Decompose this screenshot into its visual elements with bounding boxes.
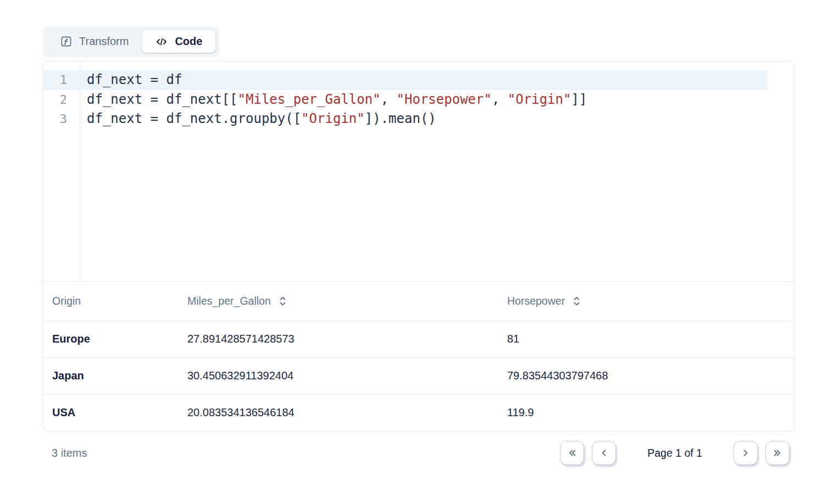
code-line[interactable]: 3df_next = df_next.groupby(["Origin"]).m… — [43, 109, 795, 129]
code-editor[interactable]: 1df_next = df2df_next = df_next[["Miles_… — [43, 61, 795, 282]
next-page-button[interactable] — [734, 441, 758, 465]
table-row: Japan30.45063291139240479.83544303797468 — [43, 357, 795, 394]
code-line[interactable]: 1df_next = df — [43, 70, 795, 90]
row-label-cell: Japan — [43, 357, 179, 394]
chevron-left-icon — [598, 447, 610, 459]
table-row: Europe27.89142857142857381 — [43, 321, 795, 357]
tab-code[interactable]: Code — [142, 30, 215, 53]
tab-code-label: Code — [175, 35, 202, 48]
items-count: 3 items — [52, 447, 87, 460]
result-table: OriginMiles_per_Gallon Horsepower Europe… — [43, 282, 795, 431]
code-icon — [155, 35, 168, 48]
view-switcher: Transform Code — [43, 26, 219, 57]
line-number: 1 — [43, 70, 80, 90]
table-body: Europe27.89142857142857381Japan30.450632… — [43, 321, 795, 431]
chevron-right-icon — [740, 447, 752, 459]
value-cell: 30.450632911392404 — [179, 357, 498, 394]
tab-transform[interactable]: Transform — [47, 30, 142, 53]
table-header-row: OriginMiles_per_Gallon Horsepower — [43, 282, 795, 321]
column-label: Miles_per_Gallon — [187, 295, 271, 307]
value-cell: 119.9 — [498, 394, 795, 431]
table-footer: 3 items Page 1 of 1 — [43, 432, 795, 465]
line-number: 3 — [43, 109, 80, 129]
chevrons-right-icon — [771, 447, 784, 459]
value-cell: 79.83544303797468 — [498, 357, 795, 394]
code-and-results-panel: 1df_next = df2df_next = df_next[["Miles_… — [43, 61, 795, 432]
column-label: Origin — [52, 295, 81, 307]
previous-page-button[interactable] — [592, 441, 616, 465]
last-page-button[interactable] — [765, 441, 790, 465]
page-indicator: Page 1 of 1 — [647, 447, 702, 460]
chevrons-left-icon — [566, 447, 578, 459]
value-cell: 27.891428571428573 — [179, 321, 498, 357]
value-cell: 20.083534136546184 — [179, 394, 498, 431]
column-header-horsepower[interactable]: Horsepower — [498, 282, 795, 321]
first-page-button[interactable] — [560, 441, 584, 465]
transform-code-view: Transform Code 1df_next = df2df_next = d… — [0, 0, 795, 465]
column-header-origin: Origin — [43, 282, 179, 321]
column-header-miles_per_gallon[interactable]: Miles_per_Gallon — [179, 282, 498, 321]
line-number: 2 — [43, 90, 80, 110]
tab-transform-label: Transform — [79, 35, 129, 48]
table-row: USA20.083534136546184119.9 — [43, 394, 795, 431]
value-cell: 81 — [498, 321, 795, 357]
code-text: df_next = df — [80, 70, 182, 90]
code-text: df_next = df_next.groupby(["Origin"]).me… — [80, 109, 436, 129]
sort-icon[interactable] — [573, 296, 581, 306]
column-label: Horsepower — [507, 295, 565, 307]
function-icon — [60, 35, 73, 48]
row-label-cell: USA — [43, 394, 179, 431]
code-text: df_next = df_next[["Miles_per_Gallon", "… — [80, 90, 587, 110]
code-line[interactable]: 2df_next = df_next[["Miles_per_Gallon", … — [43, 90, 795, 110]
sort-icon[interactable] — [279, 296, 287, 306]
row-label-cell: Europe — [43, 321, 179, 357]
pagination: Page 1 of 1 — [560, 441, 790, 465]
